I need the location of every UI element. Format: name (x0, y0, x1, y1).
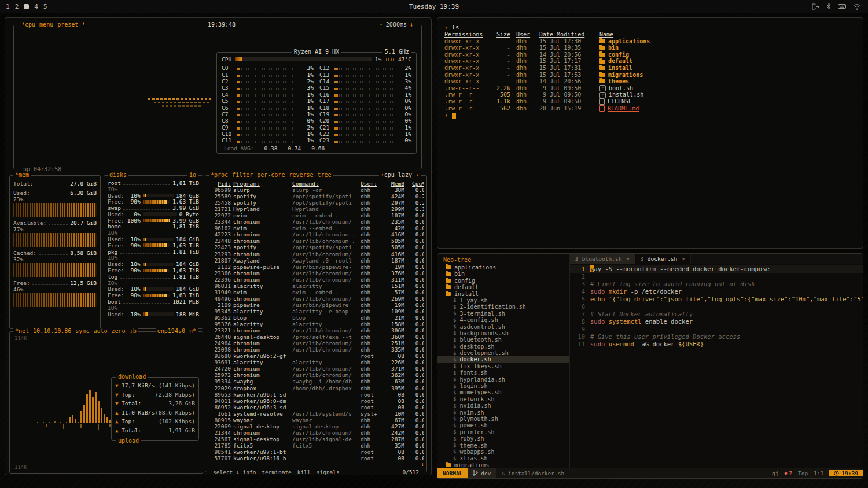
process-row[interactable]: 23366 chromium /usr/lib/chromium/ dhh 37… (208, 270, 424, 276)
net-interface-token[interactable]: n* (189, 328, 196, 334)
process-row[interactable]: 23098 chromium /usr/lib/chromium/ dhh 33… (208, 346, 424, 353)
process-row[interactable]: 95345 alacritty alacritty -e btop dhh 10… (208, 308, 424, 315)
process-row[interactable]: 24964 chromium /usr/lib/chromium/ dhh 25… (208, 340, 424, 346)
interval-decrease-button[interactable]: - (380, 21, 383, 28)
process-row[interactable]: 22029 dropbox /home/dhh/.dropbox dhh 395… (208, 385, 424, 391)
process-row[interactable]: 25589 spotify /opt/spotify/spoti dhh 424… (208, 193, 424, 199)
process-row[interactable]: 1661 systemd-resolve /usr/lib/systemd/s … (208, 411, 424, 417)
tree-item[interactable]: power.sh (437, 422, 569, 428)
tree-item[interactable]: mimetypes.sh (437, 389, 569, 395)
process-action-token[interactable]: signals (317, 469, 340, 475)
net-interface-token[interactable]: enp194s0 (157, 328, 185, 334)
process-row[interactable]: 26440 signal-desktop /proc/self/exe --t … (208, 334, 424, 340)
code-area[interactable]: 1yay -S --noconfirm --needed docker dock… (570, 264, 863, 468)
code-line[interactable]: 4sudo mkdir -p /etc/docker (570, 288, 863, 295)
cpu-menu-token[interactable]: preset * (57, 21, 85, 28)
workspace-button[interactable]: 2 (15, 3, 19, 10)
process-row[interactable]: 21721 Hyprland Hyprland dhh 299M 0.1 (208, 206, 424, 212)
process-row[interactable]: 22423 spotify /opt/spotify/spoti dhh 505… (208, 244, 424, 250)
process-row[interactable]: 93680 kworker/u96:2-gf root 0B 0.0 (208, 353, 424, 359)
code-line[interactable]: 5echo '{"log-driver":"json-file","log-op… (570, 295, 863, 303)
wifi-icon[interactable] (853, 3, 861, 10)
process-row[interactable]: 23293 chromium /usr/lib/chromium/ dhh 41… (208, 251, 424, 257)
process-row[interactable]: 42223 chromium /usr/lib/chromium . dhh 4… (208, 231, 424, 238)
process-row[interactable]: 89653 kworker/u96:1-sd root 0B 0.0 (208, 391, 424, 398)
process-row[interactable]: 22972 nvim nvim --embed . dhh 107M 0.0 (208, 212, 424, 219)
process-row[interactable]: 80915 waybar waybar dhh 67M 0.0 (208, 417, 424, 423)
disks-panel-title[interactable]: disks (109, 172, 127, 178)
process-row[interactable]: 95334 swaybg swaybg -i /home/dh dhh 63M … (208, 378, 424, 385)
process-row[interactable]: 23321 chromium /usr/lib/chromium/ dhh 30… (208, 327, 424, 334)
process-row[interactable]: 93691 alacritty alacritty dhh 226M 0.0 (208, 359, 424, 365)
buffer-tab[interactable]: docker.sh × (635, 254, 691, 264)
tree-item[interactable]: bluetooth.sh (437, 337, 569, 343)
process-row[interactable]: 90541 kworker/u97:1-bt root 0B 0.0 (208, 449, 424, 455)
tree-item[interactable]: nvidia.sh (437, 402, 569, 409)
code-line[interactable]: 6 (570, 303, 863, 310)
terminal-input-line[interactable]: › (444, 112, 856, 119)
net-menu-token[interactable]: auto (93, 328, 107, 334)
process-row[interactable]: 96599 slurp slurp -or dhh 38M 0.0 (208, 187, 424, 193)
tree-item[interactable]: default (437, 284, 569, 290)
process-row[interactable]: 24720 chromium /usr/lib/chromium/ dhh 37… (208, 365, 424, 372)
tree-item[interactable]: fix-fkeys.sh (437, 363, 569, 369)
tree-item[interactable]: install (437, 291, 569, 297)
process-row[interactable]: 25458 spotify /opt/spotify/spoti dhh 297… (208, 199, 424, 206)
tree-item[interactable]: login.sh (437, 383, 569, 389)
process-row[interactable]: 96162 nvim nvim --embed . dhh 42M 0.0 (208, 225, 424, 231)
logout-icon[interactable] (812, 3, 819, 10)
mem-panel-title[interactable]: *mem (15, 172, 29, 178)
process-row[interactable]: 96031 alacritty alacritty dhh 151M 0.0 (208, 283, 424, 289)
cpu-menu-token[interactable]: *cpu (21, 21, 35, 28)
disks-io-toggle[interactable]: io (187, 172, 198, 178)
interval-increase-button[interactable]: + (410, 21, 413, 28)
tree-item[interactable]: docker.sh (437, 356, 569, 363)
process-action-token[interactable]: kill (297, 469, 311, 475)
tree-item[interactable]: printer.sh (437, 429, 569, 435)
net-menu-token[interactable]: zero (112, 328, 126, 334)
code-line[interactable]: 3# Limit log size to avoid running out o… (570, 280, 863, 288)
process-row[interactable]: 22396 chromium /usr/lib/chromium/ dhh 31… (208, 276, 424, 283)
process-row[interactable]: 49496 chromium /usr/lib/chromium/ dhh 26… (208, 295, 424, 302)
workspace-button[interactable]: 4 (34, 3, 38, 10)
net-menu-token[interactable]: 10.10.10.86 (33, 328, 71, 334)
process-row[interactable]: 23344 chromium /usr/lib/chromium/ dhh 23… (208, 219, 424, 225)
tree-item[interactable]: 4-config.sh (437, 317, 569, 323)
tree-item[interactable]: plymouth.sh (437, 416, 569, 422)
keyboard-icon[interactable] (838, 3, 846, 9)
process-row[interactable]: 86952 kworker/u96:3-sd root 0B 0.0 (208, 404, 424, 411)
close-tab-icon[interactable]: × (626, 256, 630, 262)
net-menu-token[interactable]: sync (75, 328, 89, 334)
code-line[interactable]: 1yay -S --noconfirm --needed docker dock… (570, 265, 863, 273)
process-row[interactable]: 22069 signal-desktop signal-desktop dhh … (208, 423, 424, 430)
net-menu-token[interactable]: ↓b (130, 328, 137, 334)
process-row[interactable]: 2112 pipewire-pulse /usr/bin/pipewire- d… (208, 264, 424, 270)
code-line[interactable]: 2 (570, 273, 863, 280)
tree-item[interactable]: config (437, 278, 569, 284)
process-row[interactable]: 95362 btop btop dhh 21M 9.0 (208, 315, 424, 321)
tree-item[interactable]: fonts.sh (437, 369, 569, 376)
tree-item[interactable]: migrations (437, 462, 569, 468)
workspace-button[interactable] (24, 4, 29, 9)
tree-item[interactable]: 3-terminal.sh (437, 310, 569, 317)
tree-item[interactable]: 1-yay.sh (437, 297, 569, 304)
terminal-window[interactable]: › ls Permissions Size User Date Modified… (437, 17, 863, 249)
tree-item[interactable]: hyprlandia.sh (437, 376, 569, 383)
process-row[interactable]: 25972 chromium /usr/lib/chromium/ dhh 36… (208, 372, 424, 378)
tree-item[interactable]: bin (437, 271, 569, 277)
tree-item[interactable]: network.sh (437, 396, 569, 402)
tree-item[interactable]: backgrounds.sh (437, 330, 569, 337)
process-action-token[interactable]: terminate (262, 469, 291, 475)
tree-item[interactable]: applications (437, 264, 569, 271)
workspace-button[interactable]: 1 (6, 3, 10, 10)
tree-item[interactable]: xtras.sh (437, 455, 569, 461)
buffer-tab[interactable]: bluetooth.sh × (570, 254, 635, 264)
workspace-button[interactable]: 5 (43, 3, 47, 10)
tree-item[interactable]: nvim.sh (437, 409, 569, 416)
proc-menu-token[interactable]: per-core (257, 172, 285, 178)
process-row[interactable]: 95376 alacritty alacritty dhh 158M 0.0 (208, 321, 424, 327)
process-row[interactable]: 23448 chromium /usr/lib/chromium . dhh 5… (208, 238, 424, 244)
process-row[interactable]: 94011 kworker/u96:0-dm root 0B 0.0 (208, 398, 424, 404)
proc-sort-selector[interactable]: cpu lazy (379, 172, 421, 178)
code-line[interactable]: 8sudo systemctl enable docker (570, 318, 863, 326)
